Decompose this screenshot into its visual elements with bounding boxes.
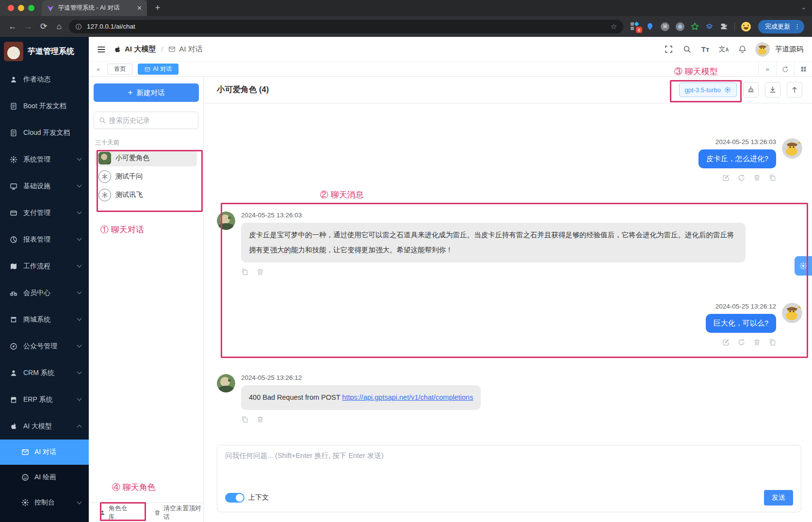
app-logo-row[interactable]: 芋道管理系统 [0,37,89,66]
translate-icon[interactable]: 文ᴀ [715,41,732,58]
extension-blocker-icon[interactable]: 8 [630,22,639,31]
new-chat-button[interactable]: + 新建对话 [94,83,199,102]
close-window-button[interactable] [8,5,14,11]
breadcrumb-ai-chat[interactable]: AI 对话 [179,45,202,54]
sidebar-item-author[interactable]: 作者动态 [0,66,89,93]
notification-bell-icon[interactable] [734,41,750,58]
page-tab-home[interactable]: 首页 [107,64,132,75]
delete-message-icon[interactable] [257,416,264,423]
bookmark-star-icon[interactable]: ☆ [611,22,617,31]
tabs-layout-grid-icon[interactable] [794,62,812,76]
sidebar-item-report[interactable]: 报表管理 [0,226,89,253]
floating-settings-button[interactable] [795,256,812,276]
sidebar-item-system[interactable]: 系统管理 [0,146,89,173]
conversation-avatar [98,152,111,164]
font-size-icon[interactable]: Tᴛ [697,41,714,58]
apple-icon [10,423,17,430]
app-window: 芋道管理系统 作者动态 Boot 开发文档 Cloud 开发文档 系统管理 基础… [0,37,812,522]
conversation-item-cute-role[interactable]: 小可爱角色 [95,150,197,166]
message-actions [722,339,776,346]
download-chat-button[interactable] [765,82,780,98]
sidebar-item-ai-chat[interactable]: AI 对话 [0,440,89,465]
conversation-item-xunfei[interactable]: 测试讯飞 [95,187,197,203]
sidebar-item-crm[interactable]: CRM 系统 [0,359,89,386]
sidebar-item-erp[interactable]: ERP 系统 [0,386,89,413]
fullscreen-icon[interactable] [660,41,677,58]
delete-message-icon[interactable] [753,174,761,181]
model-select[interactable]: gpt-3.5-turbo [679,82,737,97]
breadcrumb-ai-model[interactable]: AI 大模型 [125,45,156,54]
context-toggle[interactable] [225,493,244,503]
reload-icon[interactable]: ⟳ [36,19,51,34]
sidebar-item-mall[interactable]: 商城系统 [0,306,89,333]
sidebar-item-wechat[interactable]: 公众号管理 [0,333,89,359]
sidebar-item-member[interactable]: 会员中心 [0,279,89,306]
chevron-down-icon [77,290,82,294]
copy-message-icon[interactable] [769,174,776,181]
history-search-input[interactable] [109,116,193,124]
mail-icon [168,46,176,53]
smiley-icon [21,473,29,481]
sidebar-item-workflow[interactable]: 工作流程 [0,253,89,279]
tab-search-chevron-icon[interactable]: ⌄ [801,4,806,11]
chrome-update-button[interactable]: 完成更新 ⋮ [758,20,804,33]
macos-window-controls[interactable] [8,5,34,11]
extension-star-icon[interactable] [691,22,699,31]
search-icon[interactable] [679,41,695,58]
extension-command-icon[interactable]: ⌘ [661,22,669,31]
user-avatar[interactable] [755,42,770,57]
role-store-button[interactable]: 角色仓库 [99,504,131,522]
tabs-collapse-left-icon[interactable]: « [95,65,102,73]
browser-menu-icon[interactable]: ⋮ [794,23,800,30]
username[interactable]: 芋道源码 [775,45,803,54]
home-icon[interactable]: ⌂ [51,19,67,34]
extension-dot-icon[interactable] [676,22,684,31]
minimize-window-button[interactable] [18,5,24,11]
url-text[interactable]: 127.0.0.1/ai/chat [87,23,606,30]
collapse-menu-icon[interactable] [97,45,106,54]
zoom-window-button[interactable] [28,5,34,11]
clear-unpinned-button[interactable]: 清空未置顶对话 [154,504,203,522]
edit-message-icon[interactable] [722,339,730,346]
copy-message-icon[interactable] [769,339,776,346]
copy-message-icon[interactable] [241,268,248,276]
copy-message-icon[interactable] [241,416,248,423]
extension-layers-icon[interactable] [705,22,714,31]
regenerate-icon[interactable] [738,339,745,346]
sidebar-item-ai[interactable]: AI 大模型 [0,413,89,440]
extension-balloon-icon[interactable] [646,22,654,31]
sidebar-item-cloud-docs[interactable]: Cloud 开发文档 [0,119,89,146]
extensions-puzzle-icon[interactable] [720,22,728,31]
clean-messages-button[interactable] [743,82,759,98]
sidebar-item-payment[interactable]: 支付管理 [0,199,89,226]
regenerate-icon[interactable] [738,174,745,181]
message-input[interactable] [225,451,793,490]
sidebar-item-boot-docs[interactable]: Boot 开发文档 [0,93,89,119]
new-tab-button[interactable]: + [152,2,163,14]
gear-icon [724,86,731,93]
document-icon [10,129,17,137]
site-info-icon[interactable] [75,23,82,30]
conversation-item-qianwen[interactable]: 测试千问 [95,168,197,185]
chat-message-scroll-area[interactable]: 2024-05-25 13:26:03 皮卡丘，怎么进化? [204,103,812,445]
sidebar-item-ai-console[interactable]: 控制台 [0,490,89,515]
browser-profile-avatar[interactable] [741,22,751,32]
sidebar-item-ai-paint[interactable]: AI 绘画 [0,465,89,490]
tab-close-icon[interactable]: ✕ [137,4,142,12]
tabs-refresh-icon[interactable] [776,62,794,76]
history-search-box[interactable] [94,112,198,129]
delete-message-icon[interactable] [257,268,264,276]
sidebar-item-infra[interactable]: 基础设施 [0,173,89,199]
api-endpoint-link[interactable]: https://api.gptsapi.net/v1/chat/completi… [342,393,473,401]
edit-message-icon[interactable] [722,174,730,181]
page-tab-ai-chat[interactable]: AI 对话 [138,64,179,75]
back-icon[interactable]: ← [5,19,20,34]
send-button[interactable]: 发送 [764,490,793,506]
tabs-expand-right-icon[interactable]: » [758,62,776,76]
scroll-top-button[interactable] [787,82,802,98]
forward-icon[interactable]: → [20,19,36,34]
address-bar[interactable]: 127.0.0.1/ai/chat ☆ [69,20,623,33]
header-actions: Tᴛ 文ᴀ 芋道源码 [660,41,803,58]
delete-message-icon[interactable] [753,339,761,346]
browser-tab[interactable]: 芋道管理系统 - AI 对话 ✕ [42,0,147,16]
